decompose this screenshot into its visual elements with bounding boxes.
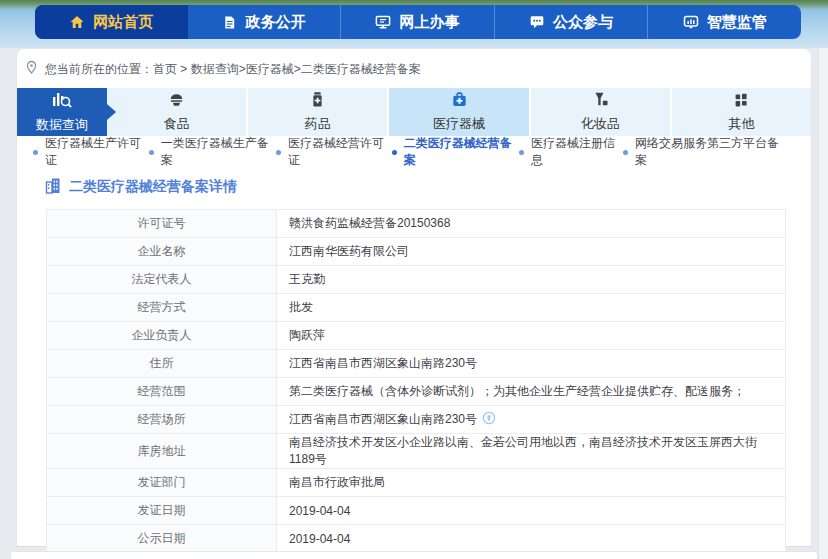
field-label: 公示日期 xyxy=(47,525,277,553)
field-value: 2019-04-04 xyxy=(277,525,786,553)
tab-label: 医疗器械 xyxy=(433,115,485,133)
field-label: 法定代表人 xyxy=(47,266,277,294)
field-value: 批发 xyxy=(277,294,786,322)
food-icon xyxy=(168,91,185,111)
field-value-text: 江西省南昌市西湖区象山南路230号 xyxy=(289,411,477,428)
section-title-text: 二类医疗器械经营备案详情 xyxy=(69,178,237,196)
nav-item-label: 网上办事 xyxy=(399,13,459,32)
field-label: 库房地址 xyxy=(47,434,277,469)
table-row: 公示日期2019-04-04 xyxy=(47,525,786,553)
table-row: 企业名称江西南华医药有限公司 xyxy=(47,238,786,266)
medical-device-icon xyxy=(451,91,468,111)
subnav-class1-production-record[interactable]: 一类医疗器械生产备案 xyxy=(149,135,276,169)
subnav-class2-operation-record[interactable]: 二类医疗器械经营备案 xyxy=(392,135,519,169)
tab-drug[interactable]: 药品 xyxy=(246,88,387,136)
chat-icon xyxy=(529,14,545,30)
cosmetics-icon xyxy=(592,91,609,111)
field-label: 经营范围 xyxy=(47,378,277,406)
nav-item-public-participation[interactable]: 公众参与 xyxy=(494,5,648,39)
tab-other[interactable]: 其他 xyxy=(670,88,811,136)
field-value: 南昌市行政审批局 xyxy=(277,469,786,497)
field-value: 江西省南昌市西湖区象山南路230号 xyxy=(277,406,786,434)
nav-item-label: 智慧监管 xyxy=(707,13,767,32)
table-row: 住所江西省南昌市西湖区象山南路230号 xyxy=(47,350,786,378)
nav-item-online-services[interactable]: 网上办事 xyxy=(340,5,494,39)
field-value: 赣洪食药监械经营备20150368 xyxy=(277,210,786,238)
subnav-label: 网络交易服务第三方平台备案 xyxy=(635,135,785,169)
section-title: 二类医疗器械经营备案详情 xyxy=(45,177,237,197)
bullet-icon xyxy=(392,150,397,155)
smart-monitor-icon xyxy=(683,14,699,30)
table-row: 发证日期2019-04-04 xyxy=(47,497,786,525)
subnav-third-party-platform[interactable]: 网络交易服务第三方平台备案 xyxy=(623,135,785,169)
table-row: 法定代表人王克勤 xyxy=(47,266,786,294)
data-query-icon xyxy=(51,90,73,112)
breadcrumb: 您当前所在的位置：首页 > 数据查询>医疗器械>二类医疗器械经营备案 xyxy=(25,60,421,78)
table-row: 经营范围第二类医疗器械（含体外诊断试剂）；为其他企业生产经营企业提供贮存、配送服… xyxy=(47,378,786,406)
field-value: 陶跃萍 xyxy=(277,322,786,350)
tab-label: 化妆品 xyxy=(581,115,620,133)
field-label: 经营场所 xyxy=(47,406,277,434)
field-value: 2019-04-04 xyxy=(277,497,786,525)
tab-label: 其他 xyxy=(728,115,754,133)
category-tab-strip: 数据查询 食品 药品 医疗器械 化妆品 其他 xyxy=(17,88,811,136)
footer-card-top xyxy=(10,551,818,559)
breadcrumb-text[interactable]: 您当前所在的位置：首页 > 数据查询>医疗器械>二类医疗器械经营备案 xyxy=(45,61,421,78)
field-value: 江西省南昌市西湖区象山南路230号 xyxy=(277,350,786,378)
monitor-icon xyxy=(375,14,391,30)
nav-item-smart-supervision[interactable]: 智慧监管 xyxy=(647,5,801,39)
scrollbar[interactable] xyxy=(818,48,828,559)
subnav-label: 医疗器械生产许可证 xyxy=(45,135,149,169)
subnav-label: 医疗器械经营许可证 xyxy=(288,135,392,169)
location-pin-icon xyxy=(25,60,38,78)
tab-food[interactable]: 食品 xyxy=(107,88,246,136)
table-row: 发证部门南昌市行政审批局 xyxy=(47,469,786,497)
tab-cosmetics[interactable]: 化妆品 xyxy=(529,88,670,136)
bullet-icon xyxy=(623,150,628,155)
field-label: 经营方式 xyxy=(47,294,277,322)
nav-item-label: 政务公开 xyxy=(245,13,305,32)
tab-label: 数据查询 xyxy=(36,116,88,134)
field-label: 企业负责人 xyxy=(47,322,277,350)
tab-medical-device[interactable]: 医疗器械 xyxy=(387,88,528,136)
sub-nav: 医疗器械生产许可证 一类医疗器械生产备案 医疗器械经营许可证 二类医疗器械经营备… xyxy=(17,136,811,168)
document-icon xyxy=(222,15,237,30)
other-icon xyxy=(733,92,749,111)
field-value: 第二类医疗器械（含体外诊断试剂）；为其他企业生产经营企业提供贮存、配送服务； xyxy=(277,378,786,406)
subnav-operation-license[interactable]: 医疗器械经营许可证 xyxy=(276,135,392,169)
subnav-label: 医疗器械注册信息 xyxy=(531,135,623,169)
field-label: 发证日期 xyxy=(47,497,277,525)
nav-item-gov-info[interactable]: 政务公开 xyxy=(188,5,341,39)
table-row: 经营场所 江西省南昌市西湖区象山南路230号 xyxy=(47,406,786,434)
top-nav: 网站首页 政务公开 网上办事 公众参与 智慧监管 xyxy=(35,5,801,39)
table-row: 经营方式批发 xyxy=(47,294,786,322)
nav-item-site-home[interactable]: 网站首页 xyxy=(35,5,188,39)
building-icon xyxy=(45,177,61,197)
field-value: 南昌经济技术开发区小企业路以南、金若公司用地以西，南昌经济技术开发区玉屏西大街1… xyxy=(277,434,786,469)
subnav-production-license[interactable]: 医疗器械生产许可证 xyxy=(33,135,149,169)
field-label: 发证部门 xyxy=(47,469,277,497)
field-value: 王克勤 xyxy=(277,266,786,294)
field-value: 江西南华医药有限公司 xyxy=(277,238,786,266)
tab-label: 食品 xyxy=(164,115,190,133)
subnav-label: 二类医疗器械经营备案 xyxy=(404,135,519,169)
bullet-icon xyxy=(149,150,154,155)
tab-data-query[interactable]: 数据查询 xyxy=(17,88,107,136)
content-card: 您当前所在的位置：首页 > 数据查询>医疗器械>二类医疗器械经营备案 数据查询 … xyxy=(16,48,812,547)
bullet-icon xyxy=(33,150,38,155)
tab-label: 药品 xyxy=(305,115,331,133)
nav-item-label: 公众参与 xyxy=(553,13,613,32)
table-row: 企业负责人陶跃萍 xyxy=(47,322,786,350)
drug-icon xyxy=(310,91,325,111)
table-row: 库房地址南昌经济技术开发区小企业路以南、金若公司用地以西，南昌经济技术开发区玉屏… xyxy=(47,434,786,469)
detail-table: 许可证号赣洪食药监械经营备20150368 企业名称江西南华医药有限公司 法定代… xyxy=(46,209,786,553)
field-label: 企业名称 xyxy=(47,238,277,266)
subnav-registration-info[interactable]: 医疗器械注册信息 xyxy=(519,135,623,169)
table-row: 许可证号赣洪食药监械经营备20150368 xyxy=(47,210,786,238)
location-circle-icon[interactable] xyxy=(482,411,496,428)
field-label: 住所 xyxy=(47,350,277,378)
bullet-icon xyxy=(276,150,281,155)
nav-item-label: 网站首页 xyxy=(93,13,153,32)
field-label: 许可证号 xyxy=(47,210,277,238)
subnav-label: 一类医疗器械生产备案 xyxy=(161,135,276,169)
